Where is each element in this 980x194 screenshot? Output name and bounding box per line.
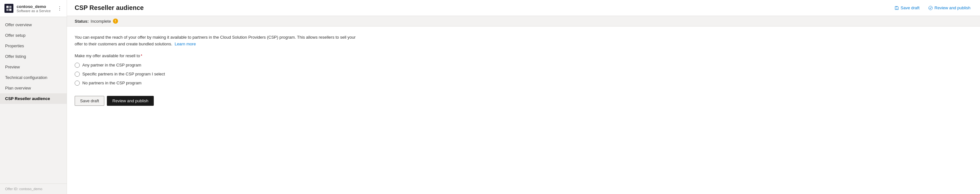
radio-specific-partners-label: Specific partners in the CSP program I s…	[82, 72, 165, 76]
radio-any-partner-label: Any partner in the CSP program	[82, 63, 141, 67]
sidebar-toggle-icon[interactable]: ⋮	[57, 5, 62, 11]
org-name: contoso_demo	[17, 4, 51, 9]
svg-rect-0	[6, 6, 9, 8]
save-draft-button[interactable]: Save draft	[75, 96, 104, 106]
publish-icon	[928, 6, 933, 10]
sidebar-header: contoso_demo Software as a Service ⋮	[0, 0, 67, 17]
page-title: CSP Reseller audience	[75, 4, 143, 11]
sidebar-footer: Offer ID: contoso_demo	[0, 183, 67, 194]
sidebar-nav: Offer overview Offer setup Properties Of…	[0, 17, 67, 183]
description-text: You can expand the reach of your offer b…	[75, 34, 362, 48]
top-bar: CSP Reseller audience Save draft Review …	[67, 0, 980, 16]
status-bar: Status: Incomplete	[67, 16, 980, 27]
sidebar-item-preview[interactable]: Preview	[0, 62, 67, 72]
sidebar-item-properties[interactable]: Properties	[0, 40, 67, 51]
sidebar-item-csp-reseller[interactable]: CSP Reseller audience	[0, 93, 67, 104]
org-info: contoso_demo Software as a Service	[17, 4, 51, 13]
org-logo	[5, 4, 13, 13]
status-value: Incomplete	[91, 19, 111, 24]
radio-no-partners-input[interactable]	[75, 80, 80, 86]
svg-rect-1	[9, 6, 11, 8]
status-label: Status:	[75, 19, 89, 24]
page-content: You can expand the reach of your offer b…	[67, 27, 980, 194]
svg-rect-2	[6, 9, 9, 11]
save-icon	[894, 6, 899, 10]
org-type: Software as a Service	[17, 9, 51, 13]
radio-specific-partners[interactable]: Specific partners in the CSP program I s…	[75, 72, 972, 77]
review-publish-top-button[interactable]: Review and publish	[926, 4, 972, 11]
review-publish-top-label: Review and publish	[934, 5, 970, 10]
radio-any-partner-input[interactable]	[75, 63, 80, 68]
sidebar-item-plan-overview[interactable]: Plan overview	[0, 83, 67, 93]
review-publish-button[interactable]: Review and publish	[107, 96, 154, 106]
action-buttons: Save draft Review and publish	[75, 96, 972, 106]
field-label: Make my offer available for resell to*	[75, 53, 972, 58]
radio-no-partners[interactable]: No partners in the CSP program	[75, 80, 972, 86]
svg-rect-5	[896, 6, 897, 7]
field-label-text: Make my offer available for resell to	[75, 53, 140, 58]
sidebar-item-offer-listing[interactable]: Offer listing	[0, 51, 67, 62]
sidebar: contoso_demo Software as a Service ⋮ Off…	[0, 0, 67, 194]
top-bar-actions: Save draft Review and publish	[892, 4, 972, 11]
radio-any-partner[interactable]: Any partner in the CSP program	[75, 63, 972, 68]
svg-rect-3	[9, 9, 11, 11]
sidebar-item-technical-configuration[interactable]: Technical configuration	[0, 72, 67, 83]
description-body: You can expand the reach of your offer b…	[75, 35, 356, 46]
learn-more-link[interactable]: Learn more	[175, 42, 196, 46]
required-marker: *	[141, 53, 142, 58]
radio-no-partners-label: No partners in the CSP program	[82, 80, 141, 85]
svg-point-6	[929, 6, 932, 10]
sidebar-item-offer-overview[interactable]: Offer overview	[0, 19, 67, 30]
svg-rect-4	[896, 8, 898, 10]
save-draft-top-button[interactable]: Save draft	[892, 4, 921, 11]
sidebar-item-offer-setup[interactable]: Offer setup	[0, 30, 67, 40]
main-content: CSP Reseller audience Save draft Review …	[67, 0, 980, 194]
offer-id-label: Offer ID: contoso_demo	[5, 187, 43, 191]
save-draft-top-label: Save draft	[900, 5, 920, 10]
radio-specific-partners-input[interactable]	[75, 72, 80, 77]
status-incomplete-icon	[113, 19, 118, 24]
radio-group: Any partner in the CSP program Specific …	[75, 63, 972, 86]
